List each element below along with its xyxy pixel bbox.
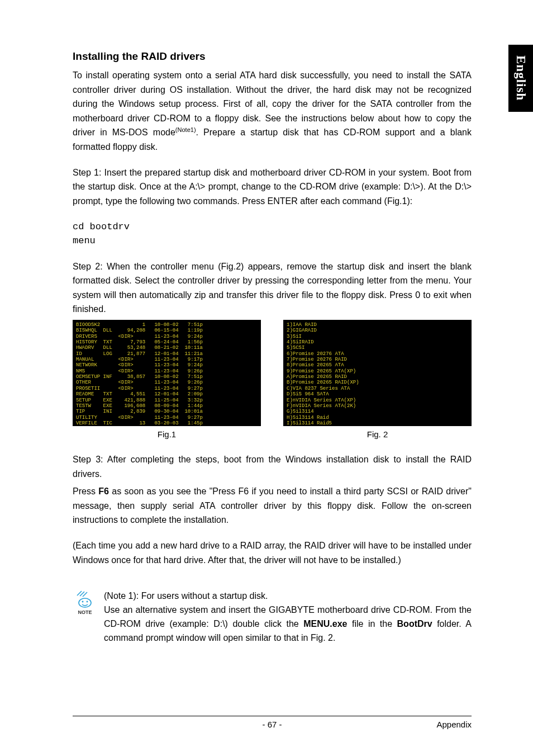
section-title: Installing the RAID drivers [73,50,472,63]
svg-point-4 [82,601,84,603]
note-label: NOTE [78,609,92,615]
figure-1-caption: Fig.1 [73,429,261,439]
language-tab: English [508,45,533,112]
dos-screenshot-1: BIOODSK2 1 10-08-02 7:51p BISWHQL DLL 94… [73,320,261,426]
step3a-paragraph: Step 3: After completing the steps, boot… [73,452,472,481]
note-text: (Note 1): For users without a startup di… [104,589,472,645]
note-icon: NOTE [73,589,97,615]
step2-paragraph: Step 2: When the controller menu (Fig.2)… [73,259,472,316]
svg-point-5 [87,601,88,603]
language-tab-label: English [513,55,528,101]
figures-row: BIOODSK2 1 10-08-02 7:51p BISWHQL DLL 94… [73,320,472,439]
footer-page-number: - 67 - [73,720,472,729]
dos-screenshot-2: 1)IAA RAID 2)GIGARAID 3)SiI 4)SiIRAID 5)… [283,320,472,426]
step3c-paragraph: (Each time you add a new hard drive to a… [73,538,472,567]
note-block: NOTE (Note 1): For users without a start… [73,589,472,645]
figure-2-caption: Fig. 2 [283,429,472,439]
intro-paragraph: To install operating system onto a seria… [73,68,472,154]
note-ref: (Note1) [175,126,196,133]
step1-paragraph: Step 1: Insert the prepared startup disk… [73,166,472,209]
figure-1: BIOODSK2 1 10-08-02 7:51p BISWHQL DLL 94… [73,320,261,439]
page-footer: - 67 - Appendix [73,716,472,729]
step3b-paragraph: Press F6 as soon as you see the "Press F… [73,484,472,527]
figure-2: 1)IAA RAID 2)GIGARAID 3)SiI 4)SiIRAID 5)… [283,320,472,439]
command-block: cd bootdrv menu [73,220,472,248]
